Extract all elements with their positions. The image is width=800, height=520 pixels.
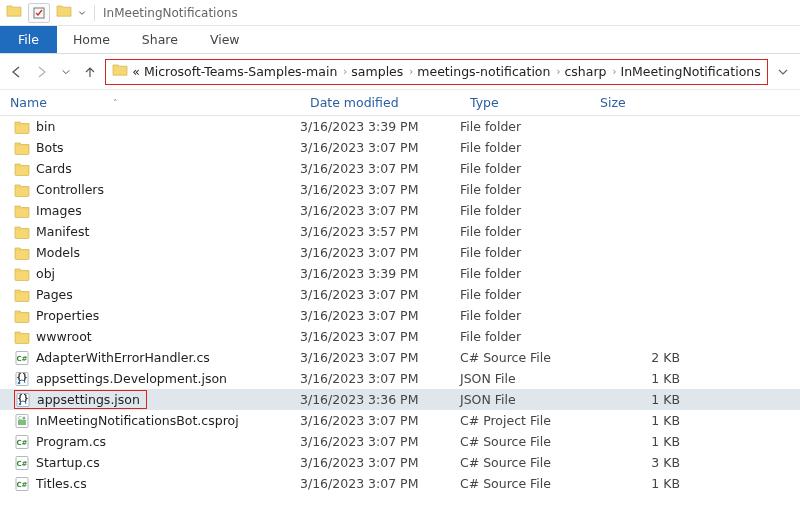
cell-date: 3/16/2023 3:07 PM (300, 182, 460, 197)
cell-name: Properties (0, 308, 300, 324)
cell-type: File folder (460, 245, 590, 260)
folder-icon (14, 182, 30, 198)
sort-indicator-icon: ˄ (113, 98, 118, 108)
breadcrumb-4[interactable]: InMeetingNotifications (620, 64, 760, 79)
column-name[interactable]: Name ˄ (0, 95, 300, 110)
cell-size: 1 KB (590, 371, 700, 386)
file-row[interactable]: obj3/16/2023 3:39 PMFile folder (0, 263, 800, 284)
folder-icon (14, 140, 30, 156)
file-row[interactable]: AdapterWithErrorHandler.cs3/16/2023 3:07… (0, 347, 800, 368)
folder-icon (14, 161, 30, 177)
cell-name: Cards (0, 161, 300, 177)
file-name: Models (36, 245, 80, 260)
cell-name: Titles.cs (0, 476, 300, 492)
json-icon (15, 392, 31, 408)
cell-size: 1 KB (590, 413, 700, 428)
cell-date: 3/16/2023 3:07 PM (300, 308, 460, 323)
cs-icon (14, 434, 30, 450)
file-row[interactable]: Titles.cs3/16/2023 3:07 PMC# Source File… (0, 473, 800, 494)
breadcrumb-2[interactable]: meetings-notification› (417, 64, 560, 79)
file-name: bin (36, 119, 55, 134)
cs-icon (14, 476, 30, 492)
qat-customize-caret[interactable] (78, 5, 86, 20)
title-separator (94, 5, 95, 21)
cell-type: C# Project File (460, 413, 590, 428)
cell-name: Bots (0, 140, 300, 156)
csproj-icon (14, 413, 30, 429)
window-title: InMeetingNotifications (103, 6, 238, 20)
json-icon (14, 371, 30, 387)
file-row[interactable]: wwwroot3/16/2023 3:07 PMFile folder (0, 326, 800, 347)
cell-type: File folder (460, 287, 590, 302)
breadcrumb-0[interactable]: Microsoft-Teams-Samples-main› (144, 64, 347, 79)
column-date[interactable]: Date modified (300, 95, 460, 110)
file-row[interactable]: Startup.cs3/16/2023 3:07 PMC# Source Fil… (0, 452, 800, 473)
column-type[interactable]: Type (460, 95, 590, 110)
cell-date: 3/16/2023 3:07 PM (300, 161, 460, 176)
cs-icon (14, 455, 30, 471)
cell-type: File folder (460, 329, 590, 344)
nav-forward-button[interactable] (32, 62, 50, 82)
folder-icon (14, 308, 30, 324)
cell-type: C# Source File (460, 350, 590, 365)
file-row[interactable]: Controllers3/16/2023 3:07 PMFile folder (0, 179, 800, 200)
breadcrumb-overflow[interactable]: « (132, 64, 140, 79)
file-row[interactable]: Properties3/16/2023 3:07 PMFile folder (0, 305, 800, 326)
file-row[interactable]: appsettings.json3/16/2023 3:36 PMJSON Fi… (0, 389, 800, 410)
tab-home[interactable]: Home (57, 26, 126, 53)
cell-name: obj (0, 266, 300, 282)
breadcrumb-folder-icon (112, 62, 128, 81)
cell-type: C# Source File (460, 455, 590, 470)
address-dropdown-caret[interactable] (774, 66, 792, 78)
file-row[interactable]: Manifest3/16/2023 3:57 PMFile folder (0, 221, 800, 242)
cell-date: 3/16/2023 3:07 PM (300, 329, 460, 344)
qat-properties-button[interactable] (28, 3, 50, 23)
cell-type: File folder (460, 119, 590, 134)
file-row[interactable]: Images3/16/2023 3:07 PMFile folder (0, 200, 800, 221)
cell-date: 3/16/2023 3:07 PM (300, 350, 460, 365)
cell-type: JSON File (460, 392, 590, 407)
nav-up-button[interactable] (81, 62, 99, 82)
cell-type: File folder (460, 203, 590, 218)
chevron-right-icon: › (556, 66, 560, 77)
cell-name: appsettings.json (0, 390, 300, 409)
file-row[interactable]: Program.cs3/16/2023 3:07 PMC# Source Fil… (0, 431, 800, 452)
cell-name: Models (0, 245, 300, 261)
cell-date: 3/16/2023 3:07 PM (300, 287, 460, 302)
nav-back-button[interactable] (8, 62, 26, 82)
file-row[interactable]: bin3/16/2023 3:39 PMFile folder (0, 116, 800, 137)
cell-date: 3/16/2023 3:07 PM (300, 434, 460, 449)
cell-size: 1 KB (590, 476, 700, 491)
file-row[interactable]: Cards3/16/2023 3:07 PMFile folder (0, 158, 800, 179)
file-row[interactable]: Bots3/16/2023 3:07 PMFile folder (0, 137, 800, 158)
breadcrumb-1[interactable]: samples› (351, 64, 413, 79)
cell-name: bin (0, 119, 300, 135)
nav-history-caret[interactable] (57, 62, 75, 82)
file-row[interactable]: Models3/16/2023 3:07 PMFile folder (0, 242, 800, 263)
cell-name: Program.cs (0, 434, 300, 450)
breadcrumb-3[interactable]: csharp› (564, 64, 616, 79)
file-row[interactable]: appsettings.Development.json3/16/2023 3:… (0, 368, 800, 389)
file-name: Program.cs (36, 434, 106, 449)
file-name: Images (36, 203, 82, 218)
tab-share[interactable]: Share (126, 26, 194, 53)
cell-type: File folder (460, 308, 590, 323)
cell-size: 2 KB (590, 350, 700, 365)
cell-date: 3/16/2023 3:07 PM (300, 455, 460, 470)
file-name: Properties (36, 308, 99, 323)
file-list: bin3/16/2023 3:39 PMFile folderBots3/16/… (0, 116, 800, 494)
column-size[interactable]: Size (590, 95, 700, 110)
cell-date: 3/16/2023 3:07 PM (300, 476, 460, 491)
cell-type: C# Source File (460, 476, 590, 491)
breadcrumb-bar[interactable]: « Microsoft-Teams-Samples-main› samples›… (105, 59, 767, 85)
tab-file[interactable]: File (0, 26, 57, 53)
file-row[interactable]: Pages3/16/2023 3:07 PMFile folder (0, 284, 800, 305)
folder-icon (14, 287, 30, 303)
tab-view[interactable]: View (194, 26, 256, 53)
cell-date: 3/16/2023 3:07 PM (300, 413, 460, 428)
file-row[interactable]: InMeetingNotificationsBot.csproj3/16/202… (0, 410, 800, 431)
cell-name: wwwroot (0, 329, 300, 345)
file-name: Cards (36, 161, 72, 176)
ribbon-tabs: File Home Share View (0, 26, 800, 54)
file-name: wwwroot (36, 329, 92, 344)
